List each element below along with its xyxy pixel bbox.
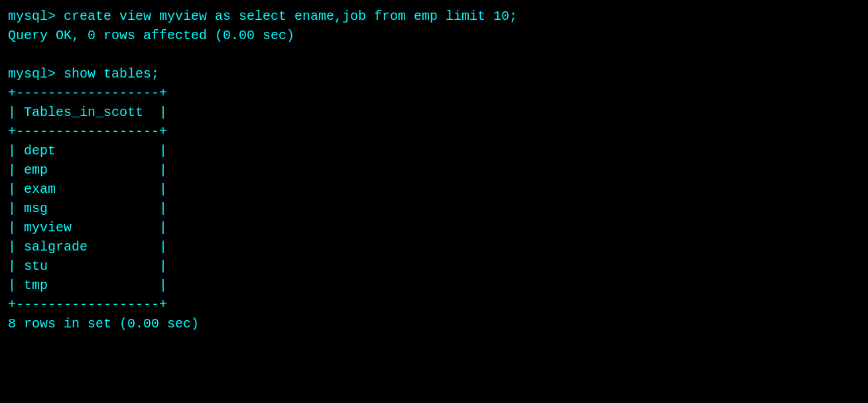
terminal-line: | myview | [8,218,860,237]
terminal-window[interactable]: mysql> create view myview as select enam… [0,0,868,403]
terminal-line: mysql> create view myview as select enam… [8,7,860,26]
terminal-line: 8 rows in set (0.00 sec) [8,314,860,333]
terminal-line: | exam | [8,180,860,199]
terminal-line [8,45,860,64]
terminal-line: mysql> show tables; [8,64,860,84]
terminal-line: Query OK, 0 rows affected (0.00 sec) [8,26,860,45]
terminal-line: | emp | [8,160,860,180]
terminal-line: | dept | [8,141,860,160]
terminal-line: | msg | [8,199,860,218]
terminal-line: | salgrade | [8,237,860,257]
terminal-line: +------------------+ [8,84,860,103]
terminal-line: | Tables_in_scott | [8,103,860,122]
terminal-line: | stu | [8,257,860,276]
terminal-line: +------------------+ [8,295,860,314]
terminal-line: | tmp | [8,276,860,295]
terminal-line: +------------------+ [8,122,860,141]
